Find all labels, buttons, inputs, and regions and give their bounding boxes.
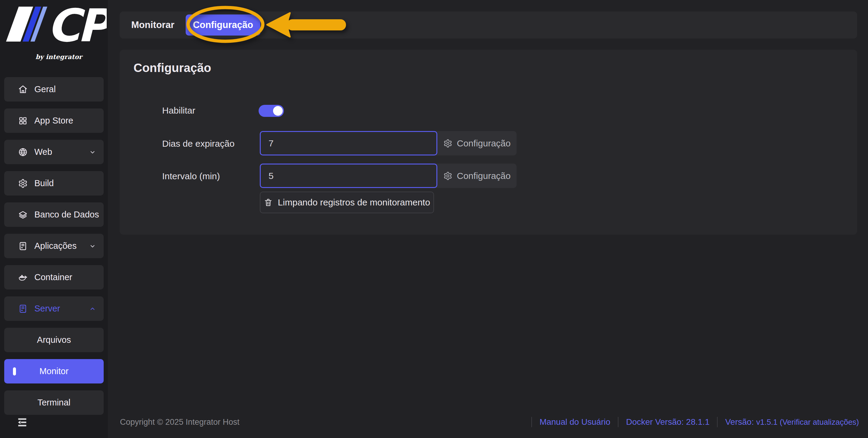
version-value: v1.5.1 (Verificar atualizações) — [756, 417, 859, 427]
sidebar-item-label: Aplicações — [34, 241, 76, 251]
tab-configuracao[interactable]: Configuração — [186, 14, 260, 36]
sidebar-item-build[interactable]: Build — [4, 171, 104, 196]
layers-icon — [18, 210, 28, 220]
clear-monitoring-logs-button[interactable]: Limpando registros de monitoramento — [260, 192, 434, 213]
tab-bar: Monitorar Configuração — [120, 11, 857, 39]
footer-divider — [618, 417, 618, 427]
sidebar-item-label: Server — [34, 304, 60, 313]
config-button-label: Configuração — [457, 138, 510, 148]
sidebar-item-label: Arquivos — [37, 335, 71, 345]
home-icon — [18, 85, 28, 94]
footer-divider — [717, 417, 718, 427]
config-button-label: Configuração — [457, 171, 510, 181]
chevron-down-icon — [89, 148, 96, 156]
footer-links: Manual do Usuário Docker Versão: 28.1.1 … — [524, 415, 859, 429]
collapse-sidebar-icon[interactable] — [15, 416, 30, 430]
sidebar-item-aplicacoes[interactable]: Aplicações — [4, 234, 104, 258]
sidebar-item-label: Build — [34, 178, 54, 188]
configuration-panel: Configuração Habilitar Dias de expiração… — [120, 50, 857, 235]
version-label: Versão: — [725, 417, 754, 427]
sidebar-item-monitor[interactable]: Monitor — [4, 359, 104, 383]
sidebar-item-label: Container — [34, 272, 72, 282]
sidebar-item-app-store[interactable]: App Store — [4, 108, 104, 133]
gear-icon — [443, 171, 453, 180]
docker-icon — [18, 273, 28, 282]
trash-icon — [264, 198, 273, 207]
active-indicator — [13, 367, 16, 375]
sidebar-item-arquivos[interactable]: Arquivos — [4, 328, 104, 352]
enable-toggle[interactable] — [258, 105, 284, 117]
server-icon — [18, 241, 28, 251]
user-manual-link[interactable]: Manual do Usuário — [539, 417, 610, 427]
footer-divider — [531, 417, 532, 427]
logo-letters: CP — [47, 5, 107, 50]
toggle-knob — [273, 106, 283, 116]
interval-config-button[interactable]: Configuração — [437, 164, 517, 188]
sidebar-item-web[interactable]: Web — [4, 140, 104, 164]
sidebar-item-label: Monitor — [39, 366, 69, 376]
app-version-text[interactable]: Versão: v1.5.1 (Verificar atualizações) — [725, 417, 859, 427]
sidebar: CP by integrator Geral App Store Web — [0, 0, 108, 438]
brand-logo: CP by integrator — [3, 5, 107, 50]
server-icon — [18, 304, 28, 313]
chevron-up-icon — [89, 305, 96, 313]
grid-icon — [18, 116, 28, 126]
expiration-days-row: Configuração — [260, 131, 517, 156]
gear-icon — [18, 179, 28, 188]
app-window: CP by integrator Geral App Store Web — [0, 0, 868, 438]
docker-version-text: Docker Versão: 28.1.1 — [626, 417, 710, 427]
chevron-down-icon — [89, 242, 96, 250]
sidebar-item-label: Banco de Dados — [34, 210, 99, 220]
interval-minutes-input[interactable] — [260, 164, 437, 188]
expiration-days-label: Dias de expiração — [162, 139, 235, 149]
clear-button-label: Limpando registros de monitoramento — [278, 197, 430, 207]
page-title: Configuração — [133, 61, 211, 75]
globe-icon — [18, 147, 28, 157]
icp-logo-icon: CP — [3, 5, 107, 50]
interval-row: Configuração — [260, 164, 517, 188]
logo-tagline: by integrator — [33, 53, 84, 61]
expiration-days-input[interactable] — [260, 131, 437, 156]
gear-icon — [443, 139, 453, 148]
enable-label: Habilitar — [162, 105, 195, 116]
expiration-config-button[interactable]: Configuração — [437, 131, 517, 156]
sidebar-item-label: Terminal — [37, 398, 70, 408]
sidebar-item-banco-de-dados[interactable]: Banco de Dados — [4, 202, 104, 227]
copyright-text: Copyright © 2025 Integrator Host — [120, 417, 240, 427]
sidebar-item-server[interactable]: Server — [4, 296, 104, 321]
interval-label: Intervalo (min) — [162, 171, 220, 181]
sidebar-item-container[interactable]: Container — [4, 265, 104, 290]
sidebar-item-geral[interactable]: Geral — [4, 77, 104, 102]
sidebar-item-label: Web — [34, 147, 52, 157]
tab-monitorar[interactable]: Monitorar — [120, 11, 186, 39]
sidebar-item-label: Geral — [34, 85, 56, 94]
sidebar-item-label: App Store — [34, 116, 73, 126]
sidebar-item-terminal[interactable]: Terminal — [4, 391, 104, 415]
